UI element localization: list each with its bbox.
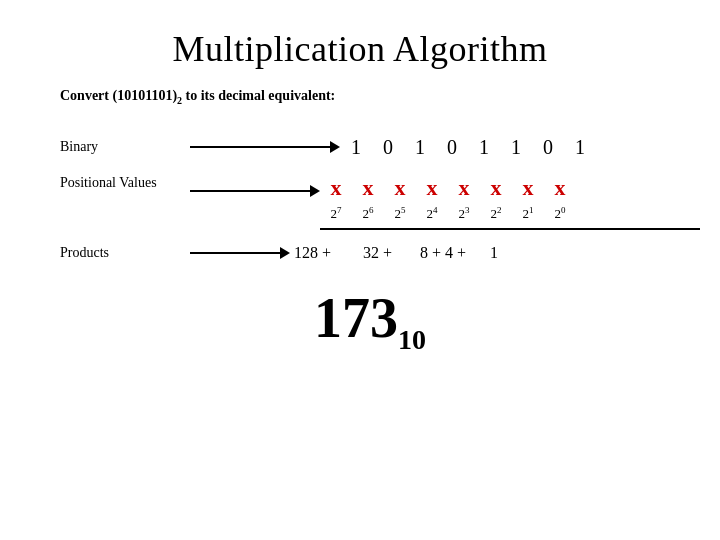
arrow-line [190,190,310,192]
arrow-head [280,247,290,259]
pos-val-1: 26 [352,205,384,222]
x-5: x [480,175,512,201]
binary-label: Binary [60,139,190,155]
arrow-head [310,185,320,197]
digit-1: 0 [372,136,404,159]
prod-1: 1 [486,244,502,262]
digit-5: 1 [500,136,532,159]
result-number: 17310 [314,287,426,349]
pos-val-4: 23 [448,205,480,222]
x-7: x [544,175,576,201]
digit-3: 0 [436,136,468,159]
result-subscript: 10 [398,324,426,355]
pos-val-0: 27 [320,205,352,222]
subtitle: Convert (10101101)2 to its decimal equiv… [60,88,720,106]
x-marks-row: x x x x x x x x [320,175,700,201]
arrow-line [190,252,280,254]
pos-val-5: 22 [480,205,512,222]
x-6: x [512,175,544,201]
positional-label: Positional Values [60,175,190,191]
pos-val-6: 21 [512,205,544,222]
binary-digits: 1 0 1 0 1 1 0 1 [340,136,596,159]
subtitle-text: Convert (10101101) [60,88,177,103]
prod-128: 128 + [290,244,335,262]
x-2: x [384,175,416,201]
pos-val-3: 24 [416,205,448,222]
pos-x-container: x x x x x x x x 27 26 25 24 23 22 21 20 [320,175,700,234]
x-0: x [320,175,352,201]
positional-row: Positional Values x x x x x x x x 27 26 … [60,175,680,234]
digit-7: 1 [564,136,596,159]
prod-32: 32 + [359,244,396,262]
prod-8-4: 8 + 4 + [416,244,470,262]
x-4: x [448,175,480,201]
x-3: x [416,175,448,201]
products-values: 128 + 32 + 8 + 4 + 1 [290,244,502,262]
pos-val-2: 25 [384,205,416,222]
result-container: 17310 [60,286,680,356]
binary-row: Binary 1 0 1 0 1 1 0 1 [60,136,680,159]
result-digits: 173 [314,287,398,349]
binary-arrow [190,141,340,153]
x-1: x [352,175,384,201]
digit-6: 0 [532,136,564,159]
positional-arrow [190,185,320,197]
arrow-line [190,146,330,148]
arrow-head [330,141,340,153]
page-title: Multiplication Algorithm [0,0,720,88]
digit-0: 1 [340,136,372,159]
subtitle-rest: to its decimal equivalent: [182,88,335,103]
content-area: Binary 1 0 1 0 1 1 0 1 Positional Values… [60,136,680,357]
digit-2: 1 [404,136,436,159]
digit-4: 1 [468,136,500,159]
pos-val-7: 20 [544,205,576,222]
products-label: Products [60,245,190,261]
products-row: Products 128 + 32 + 8 + 4 + 1 [60,244,680,262]
products-arrow [190,247,290,259]
positional-values-row: 27 26 25 24 23 22 21 20 [320,205,700,230]
